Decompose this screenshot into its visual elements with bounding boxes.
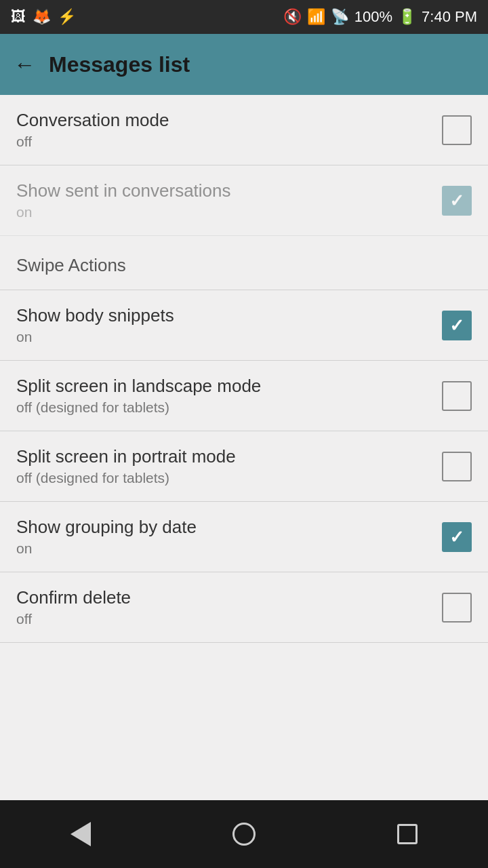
settings-list: Conversation mode off Show sent in conve… xyxy=(0,95,488,800)
settings-checkbox-show-sent-in-conversations[interactable] xyxy=(442,186,472,216)
recents-square-icon xyxy=(397,824,418,844)
nav-bar xyxy=(0,800,488,868)
status-icons-right: 🔇 📶 📡 100% 🔋 7:40 PM xyxy=(283,8,477,26)
nav-back-button[interactable] xyxy=(50,815,111,853)
settings-item-split-screen-portrait[interactable]: Split screen in portrait mode off (desig… xyxy=(0,431,488,502)
status-time: 7:40 PM xyxy=(422,8,477,26)
nav-recents-button[interactable] xyxy=(377,817,438,851)
settings-item-subtitle: off xyxy=(16,611,442,627)
settings-item-text: Conversation mode off xyxy=(16,110,442,150)
settings-item-show-body-snippets[interactable]: Show body snippets on xyxy=(0,290,488,361)
settings-item-show-grouping-by-date[interactable]: Show grouping by date on xyxy=(0,502,488,572)
settings-item-title: Show grouping by date xyxy=(16,517,442,538)
settings-item-title: Show body snippets xyxy=(16,305,442,326)
back-button[interactable]: ← xyxy=(14,52,35,77)
section-header-swipe-actions-header: Swipe Actions xyxy=(0,236,488,290)
settings-item-subtitle: off xyxy=(16,134,442,150)
settings-item-title: Conversation mode xyxy=(16,110,442,131)
settings-item-title: Confirm delete xyxy=(16,587,442,608)
back-triangle-icon xyxy=(70,822,91,846)
home-circle-icon xyxy=(232,823,256,846)
settings-checkbox-show-grouping-by-date[interactable] xyxy=(442,522,472,552)
mute-icon: 🔇 xyxy=(283,8,302,26)
settings-item-title: Split screen in landscape mode xyxy=(16,376,442,397)
app-bar: ← Messages list xyxy=(0,34,488,95)
settings-item-show-sent-in-conversations[interactable]: Show sent in conversations on xyxy=(0,165,488,236)
settings-item-subtitle: on xyxy=(16,540,442,557)
settings-item-subtitle: off (designed for tablets) xyxy=(16,470,442,486)
settings-item-title: Show sent in conversations xyxy=(16,180,442,201)
settings-checkbox-show-body-snippets[interactable] xyxy=(442,311,472,340)
settings-item-text: Show sent in conversations on xyxy=(16,180,442,220)
settings-checkbox-confirm-delete[interactable] xyxy=(442,593,472,623)
settings-item-title: Split screen in portrait mode xyxy=(16,446,442,467)
settings-item-confirm-delete[interactable]: Confirm delete off xyxy=(0,572,488,643)
battery-percent: 100% xyxy=(354,8,392,26)
settings-item-split-screen-landscape[interactable]: Split screen in landscape mode off (desi… xyxy=(0,361,488,431)
status-icons-left: 🖼 🦊 ⚡ xyxy=(11,8,76,26)
settings-item-conversation-mode[interactable]: Conversation mode off xyxy=(0,95,488,165)
battery-icon: 🔋 xyxy=(398,8,416,26)
settings-checkbox-split-screen-landscape[interactable] xyxy=(442,381,472,411)
settings-item-subtitle: on xyxy=(16,204,442,220)
settings-item-text: Confirm delete off xyxy=(16,587,442,627)
status-bar: 🖼 🦊 ⚡ 🔇 📶 📡 100% 🔋 7:40 PM xyxy=(0,0,488,34)
firefox-icon: 🦊 xyxy=(33,8,51,26)
settings-item-text: Show body snippets on xyxy=(16,305,442,345)
settings-item-text: Show grouping by date on xyxy=(16,517,442,557)
wifi-icon: 📶 xyxy=(307,8,325,26)
page-title: Messages list xyxy=(49,52,190,77)
settings-item-text: Split screen in landscape mode off (desi… xyxy=(16,376,442,416)
section-title: Swipe Actions xyxy=(16,255,126,275)
settings-checkbox-conversation-mode[interactable] xyxy=(442,115,472,145)
nav-home-button[interactable] xyxy=(212,816,276,852)
settings-item-text: Split screen in portrait mode off (desig… xyxy=(16,446,442,486)
settings-item-subtitle: on xyxy=(16,329,442,345)
image-icon: 🖼 xyxy=(11,8,26,26)
settings-item-subtitle: off (designed for tablets) xyxy=(16,399,442,416)
settings-checkbox-split-screen-portrait[interactable] xyxy=(442,452,472,481)
usb-icon: ⚡ xyxy=(58,8,76,26)
signal-icon: 📡 xyxy=(331,8,349,26)
